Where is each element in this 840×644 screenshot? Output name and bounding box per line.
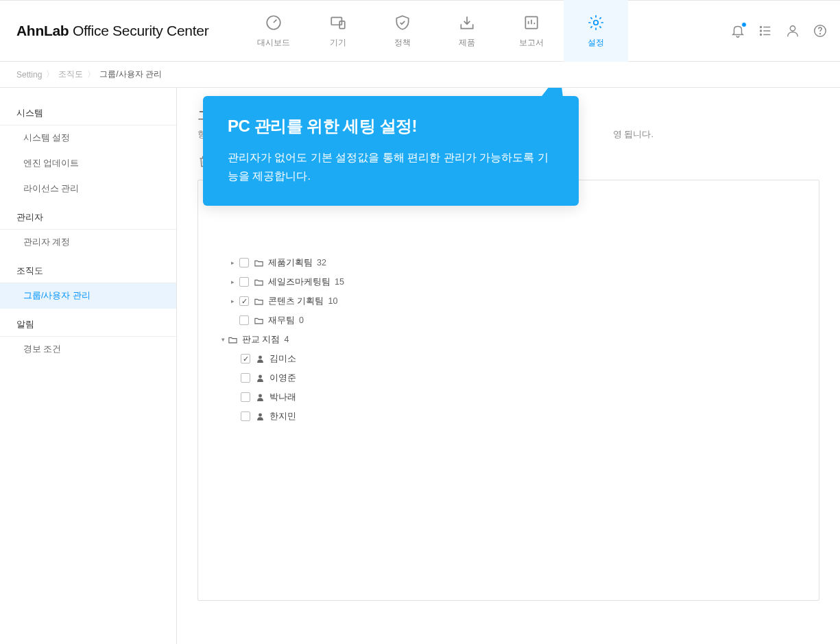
person-icon — [254, 372, 265, 383]
sidebar: 시스템 시스템 설정 엔진 업데이트 라이선스 관리 관리자 관리자 계정 조직… — [0, 88, 177, 644]
sidebar-item-group-user[interactable]: 그룹/사용자 관리 — [0, 283, 176, 309]
tree-folder-node[interactable]: ▸ 콘텐츠 기획팀 10 — [211, 291, 806, 311]
nav-label: 보고서 — [519, 37, 544, 49]
tree-label: 이영준 — [269, 372, 296, 384]
breadcrumb-item[interactable]: 조직도 — [58, 69, 83, 80]
profile-button[interactable] — [785, 23, 800, 38]
tree-label: 제품기획팀 — [268, 257, 313, 269]
notifications-button[interactable] — [730, 23, 745, 38]
tree-checkbox[interactable] — [239, 315, 249, 325]
svg-point-6 — [760, 30, 762, 32]
folder-icon — [253, 257, 264, 268]
tooltip-body: 관리자가 없어도 기본 설정값을 통해 편리한 관리가 가능하도록 기능을 제공… — [228, 148, 554, 185]
nav-label: 제품 — [459, 37, 475, 49]
tree-label: 박나래 — [269, 392, 296, 403]
caret-down-icon[interactable]: ▾ — [219, 336, 227, 343]
tree-user-node[interactable]: 김미소 — [211, 349, 806, 368]
folder-icon — [227, 334, 238, 345]
monitor-icon — [329, 14, 347, 32]
person-icon — [254, 353, 265, 364]
caret-right-icon[interactable]: ▸ — [228, 278, 237, 285]
download-icon — [458, 14, 476, 32]
sidebar-item-system-settings[interactable]: 시스템 설정 — [0, 126, 176, 151]
breadcrumb-current: 그룹/사용자 관리 — [99, 69, 162, 80]
chevron-right-icon: 〉 — [46, 69, 54, 80]
sidebar-head-admin: 관리자 — [0, 206, 176, 230]
sidebar-head-system: 시스템 — [0, 102, 176, 126]
tree-checkbox[interactable] — [239, 258, 249, 267]
nav-settings[interactable]: 설정 — [564, 0, 628, 62]
gear-icon — [587, 14, 605, 32]
tree-panel: ▾ ▸ 제품기획팀 32 ▸ 세일즈마케팅팀 15 ▸ 콘텐츠 기획팀 — [197, 180, 819, 601]
tree-checkbox[interactable] — [241, 412, 250, 421]
svg-point-12 — [259, 375, 261, 378]
main-nav: 대시보드 기기 정책 제품 보고서 설정 — [241, 0, 628, 62]
gauge-icon — [265, 14, 283, 32]
app-logo: AhnLab Office Security Center — [16, 23, 208, 39]
nav-dashboard[interactable]: 대시보드 — [241, 0, 306, 62]
tree-count: 4 — [284, 335, 289, 344]
list-icon — [758, 23, 773, 38]
sidebar-item-license[interactable]: 라이선스 관리 — [0, 176, 176, 202]
tree-label: 세일즈마케팅팀 — [268, 276, 331, 288]
tree-count: 0 — [299, 315, 304, 325]
tree-count: 10 — [328, 296, 337, 306]
caret-right-icon[interactable]: ▸ — [228, 259, 237, 266]
nav-policy[interactable]: 정책 — [370, 0, 435, 62]
folder-icon — [253, 276, 264, 287]
nav-label: 대시보드 — [257, 37, 290, 49]
person-icon — [254, 411, 265, 422]
svg-point-5 — [760, 27, 762, 28]
onboarding-tooltip: PC 관리를 위한 세팅 설정! 관리자가 없어도 기본 설정값을 통해 편리한… — [203, 96, 579, 206]
folder-icon — [253, 296, 264, 307]
sidebar-item-alert-condition[interactable]: 경보 조건 — [0, 337, 176, 362]
caret-right-icon[interactable]: ▸ — [228, 298, 237, 305]
tooltip-arrow-icon — [539, 88, 573, 100]
tree-folder-node[interactable]: ▸ 제품기획팀 32 — [211, 253, 806, 272]
tree-checkbox[interactable] — [239, 296, 249, 306]
user-icon — [785, 23, 800, 38]
sidebar-head-alert: 알림 — [0, 313, 176, 337]
sidebar-item-engine-update[interactable]: 엔진 업데이트 — [0, 151, 176, 176]
breadcrumb-item[interactable]: Setting — [16, 70, 42, 80]
svg-point-7 — [760, 34, 762, 36]
nav-report[interactable]: 보고서 — [499, 0, 564, 62]
tree-label: 한지민 — [269, 411, 296, 422]
notification-dot-icon — [741, 22, 747, 27]
help-icon — [813, 23, 828, 38]
tree-branch-node[interactable]: ▾ 판교 지점 4 — [211, 330, 806, 349]
shield-icon — [394, 14, 411, 32]
nav-product[interactable]: 제품 — [435, 0, 499, 62]
main-panel: 그룹/ 항목을 영 됩니다. ▾ ▸ 제품기획팀 32 ▸ — [177, 88, 840, 644]
help-button[interactable] — [813, 23, 828, 38]
list-button[interactable] — [758, 23, 773, 38]
sidebar-item-admin-account[interactable]: 관리자 계정 — [0, 230, 176, 255]
nav-label: 정책 — [394, 37, 411, 49]
svg-point-8 — [790, 26, 795, 31]
svg-point-14 — [259, 414, 261, 416]
tree-label: 재무팀 — [268, 315, 295, 326]
tree-checkbox[interactable] — [241, 373, 250, 383]
tree-folder-node[interactable]: 재무팀 0 — [211, 311, 806, 330]
breadcrumb: Setting 〉 조직도 〉 그룹/사용자 관리 — [0, 62, 840, 88]
header: AhnLab Office Security Center 대시보드 기기 정책… — [0, 0, 840, 62]
tree-user-node[interactable]: 박나래 — [211, 387, 806, 407]
folder-icon — [253, 315, 264, 326]
content-area: 시스템 시스템 설정 엔진 업데이트 라이선스 관리 관리자 관리자 계정 조직… — [0, 88, 840, 644]
tree-label: 콘텐츠 기획팀 — [268, 296, 324, 307]
tooltip-title: PC 관리를 위한 세팅 설정! — [228, 115, 554, 137]
tree-user-node[interactable]: 한지민 — [211, 407, 806, 426]
chart-icon — [523, 14, 540, 32]
tree-user-node[interactable]: 이영준 — [211, 368, 806, 387]
tree-checkbox[interactable] — [241, 392, 250, 402]
chevron-right-icon: 〉 — [87, 69, 95, 80]
svg-point-10 — [820, 34, 821, 34]
nav-label: 설정 — [588, 37, 604, 49]
nav-device[interactable]: 기기 — [306, 0, 370, 62]
tree-folder-node[interactable]: ▸ 세일즈마케팅팀 15 — [211, 272, 806, 291]
tree-checkbox[interactable] — [239, 277, 249, 287]
person-icon — [254, 392, 265, 403]
nav-label: 기기 — [330, 37, 346, 49]
tree-count: 32 — [317, 258, 326, 267]
tree-checkbox[interactable] — [241, 354, 250, 363]
